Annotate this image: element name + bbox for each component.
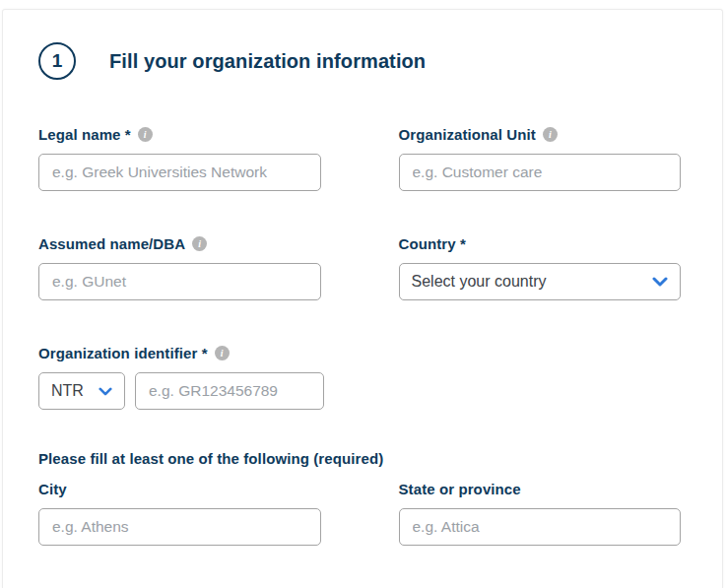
organization-info-card: 1 Fill your organization information Leg…	[2, 9, 723, 588]
form-row-4: City State or province	[38, 481, 681, 546]
legal-name-label-row: Legal name * i	[38, 126, 321, 143]
identifier-type-value: NTR	[51, 382, 84, 400]
form-row-1: Legal name * i Organizational Unit i	[38, 126, 681, 191]
city-input[interactable]	[38, 508, 321, 546]
org-unit-input[interactable]	[399, 154, 682, 191]
state-label: State or province	[399, 481, 521, 497]
org-unit-label-row: Organizational Unit i	[399, 126, 682, 143]
legal-name-input[interactable]	[38, 154, 321, 191]
country-label: Country *	[399, 235, 466, 252]
assumed-name-input[interactable]	[38, 263, 321, 300]
step-header: 1 Fill your organization information	[38, 42, 681, 80]
chevron-down-icon	[652, 277, 668, 287]
section-note: Please fill at least one of the followin…	[38, 450, 681, 467]
form-row-3: Organization identifier * i NTR	[38, 345, 681, 410]
identifier-type-select[interactable]: NTR	[38, 372, 125, 410]
org-unit-label: Organizational Unit	[399, 126, 536, 143]
legal-name-label: Legal name *	[38, 126, 131, 143]
step-number-badge: 1	[38, 42, 76, 80]
country-select-value: Select your country	[412, 273, 547, 291]
info-icon[interactable]: i	[215, 346, 230, 360]
city-label-row: City	[38, 481, 321, 497]
org-identifier-input[interactable]	[135, 372, 324, 410]
page-title: Fill your organization information	[109, 50, 426, 73]
country-label-row: Country *	[399, 235, 682, 252]
state-input[interactable]	[399, 508, 682, 546]
chevron-down-icon	[99, 387, 112, 396]
info-icon[interactable]: i	[543, 127, 558, 142]
form-row-2: Assumed name/DBA i Country * Select your…	[38, 235, 681, 300]
info-icon[interactable]: i	[138, 127, 153, 142]
org-identifier-label: Organization identifier *	[38, 345, 208, 361]
city-label: City	[38, 481, 67, 497]
assumed-name-label: Assumed name/DBA	[38, 235, 185, 252]
org-identifier-label-row: Organization identifier * i	[38, 345, 324, 361]
step-number: 1	[52, 50, 63, 72]
assumed-name-label-row: Assumed name/DBA i	[38, 235, 321, 252]
info-icon[interactable]: i	[192, 236, 207, 251]
country-select[interactable]: Select your country	[399, 263, 682, 300]
state-label-row: State or province	[399, 481, 682, 497]
